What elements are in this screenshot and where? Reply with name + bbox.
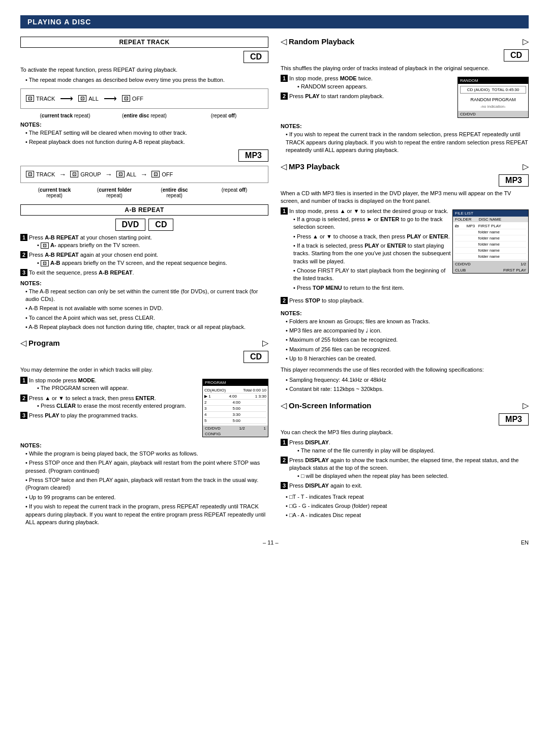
- page-number: – 11 –: [263, 539, 279, 546]
- mp3-sub-5: Press TOP MENU to return to the first it…: [293, 284, 452, 292]
- mp3-playback-title: MP3 Playback: [289, 162, 521, 171]
- ab-note-2: A-B Repeat is not available with some sc…: [25, 305, 268, 312]
- repeat-track-notes: NOTES: The REPEAT setting will be cleare…: [20, 122, 268, 146]
- random-screen: RANDOM CD (AUDIO) TOTAL 0:45:30 RANDOM P…: [458, 77, 529, 118]
- sub-label-1: (current track repeat): [25, 113, 105, 118]
- ab-step-1: 1 Press A-B REPEAT at your chosen starti…: [20, 234, 268, 250]
- osi-step-num-2: 2: [281, 457, 288, 464]
- repeat-note-2: Repeat playback does not function during…: [25, 138, 268, 146]
- osi-step-2-content: Press DISPLAY again to show the track nu…: [289, 457, 529, 480]
- on-screen-arrow-left: ◁: [281, 401, 287, 410]
- ab-dvd-badge: DVD: [115, 219, 146, 231]
- mp3-arrow2: →: [105, 170, 112, 178]
- ab-step-num-1: 1: [20, 234, 27, 241]
- rs-indicator: -no indication-: [460, 104, 526, 109]
- mp3-sub-2: (current folderrepeat): [84, 187, 144, 198]
- ab-step-3: 3 To exit the sequence, press A-B REPEAT…: [20, 269, 268, 277]
- random-note-1: If you wish to repeat the current track …: [286, 131, 529, 154]
- mp3-playback-badge: MP3: [499, 174, 529, 187]
- mp3-notes-title: NOTES:: [281, 310, 529, 316]
- on-screen-section: ◁ On-Screen Information ▷ MP3 You can ch…: [281, 401, 529, 520]
- arrow2: ⟶: [104, 93, 117, 104]
- program-steps-area: PROGRAM CD(AUDIO)Total 0:00 10 ▶ 14:001 …: [20, 377, 268, 439]
- ps-row-4: 43:30: [204, 412, 266, 418]
- osi-step-1-sub: • The name of the file currently in play…: [289, 447, 529, 455]
- mp3-notes: NOTES: Folders are known as Groups; file…: [281, 310, 529, 363]
- random-title: Random Playback: [289, 37, 521, 46]
- mp3-sub-1: (current trackrepeat): [24, 187, 84, 198]
- group-label: GROUP: [80, 171, 101, 177]
- file-screen: FILE LIST FOLDERDISC NAME 🗁MP3FIRST PLAY…: [452, 209, 529, 274]
- osi-step-1-content: Press DISPLAY. • The name of the file cu…: [289, 439, 529, 455]
- prog-note-4: Up to 99 programs can be entered.: [25, 494, 268, 501]
- mp3-track-label: TRACK: [36, 171, 55, 177]
- on-screen-title-row: ◁ On-Screen Information ▷: [281, 401, 529, 410]
- rs-cd-row: CD (AUDIO) TOTAL 0:45:30: [460, 86, 526, 94]
- random-playback-section: ◁ Random Playback ▷ CD This shuffles the…: [281, 37, 529, 155]
- program-section: ◁ Program ▷ CD You may determine the ord…: [20, 338, 268, 526]
- mp3-step-num-1: 1: [281, 207, 288, 215]
- off-icon: ⊡: [122, 95, 130, 102]
- mp3-step-1-subs: If a group is selected, press ► or ENTER…: [289, 216, 452, 292]
- mp3-arrow3: →: [140, 170, 147, 178]
- mp3-all-icon: ⊡: [116, 171, 125, 177]
- ab-step-1-sub: • ⊡ A- appears briefly on the TV screen.: [29, 241, 268, 249]
- osi-step-3-content: Press DISPLAY again to exit.: [289, 482, 529, 490]
- fs-footer: CD/DVD1/2: [453, 261, 528, 267]
- program-notes: NOTES: While the program is being played…: [20, 442, 268, 527]
- fs-col-header: FOLDERDISC NAME: [453, 217, 528, 222]
- random-arrow-left: ◁: [281, 37, 287, 46]
- all-icon: ⊡: [78, 95, 86, 102]
- fs-header: FILE LIST: [453, 210, 528, 217]
- repeat-mp3-diagram: ⊡ TRACK → ⊡ GROUP → ⊡ ALL → ⊡ OFF: [20, 166, 268, 183]
- left-column: REPEAT TRACK CD To activate the repeat f…: [20, 37, 268, 529]
- program-title: Program: [28, 339, 260, 347]
- rs-body: CD (AUDIO) TOTAL 0:45:30 RANDOM PROGRAM …: [458, 84, 528, 111]
- on-screen-title: On-Screen Information: [289, 401, 521, 410]
- program-notes-list: While the program is being played back, …: [20, 450, 268, 527]
- prog-step-num-3: 3: [20, 412, 27, 419]
- osi-step-1: 1 Press DISPLAY. • The name of the file …: [281, 439, 529, 455]
- program-arrow-left: ◁: [20, 338, 26, 348]
- prog-step-3-content: Press PLAY to play the programmed tracks…: [29, 412, 202, 419]
- repeat-track-intro: To activate the repeat function, press R…: [20, 66, 268, 74]
- osi-step-num-3: 3: [281, 482, 288, 489]
- fs-body: 🗁MP3FIRST PLAY folder name folder name f…: [453, 222, 528, 261]
- on-screen-intro: You can check the MP3 files during playb…: [281, 429, 529, 436]
- ab-step-2-content: Press A-B REPEAT again at your chosen en…: [29, 251, 268, 267]
- prog-step-2: 2 Press ▲ or ▼ to select a track, then p…: [20, 395, 202, 410]
- osi-step-2: 2 Press DISPLAY again to show the track …: [281, 457, 529, 480]
- mp3-footer-notes: Sampling frequency: 44.1kHz or 48kHz Con…: [281, 376, 529, 394]
- rand-step-1-sub: • RANDOM screen appears.: [289, 83, 458, 90]
- ab-notes-list: The A-B repeat section can only be set w…: [20, 288, 268, 331]
- random-notes: NOTES: If you wish to repeat the current…: [281, 123, 529, 154]
- fs-row-2: folder name: [455, 229, 526, 235]
- mp3-track-icon: ⊡: [26, 171, 34, 177]
- ab-notes-title: NOTES:: [20, 280, 268, 286]
- ps-footer2: CONFIG: [203, 431, 268, 437]
- mp3-sub-1: If a group is selected, press ► or ENTER…: [293, 216, 452, 231]
- prog-step-2-sub: • Press CLEAR to erase the most recently…: [29, 402, 202, 410]
- fs-footer2: CLUBFIRST PLAY: [453, 267, 528, 273]
- program-arrow-right: ▷: [262, 338, 268, 348]
- prog-note-1: While the program is being played back, …: [25, 450, 268, 458]
- mp3-sub-4: Choose FIRST PLAY to start playback from…: [293, 267, 452, 283]
- sub-label-3: (repeat off): [184, 113, 263, 118]
- rs-label: RANDOM PROGRAM: [460, 95, 526, 104]
- random-arrow-right: ▷: [523, 37, 529, 46]
- mp3-footer-note-1: Sampling frequency: 44.1kHz or 48kHz: [286, 376, 529, 384]
- osi-note-1: □T - T - indicates Track repeat: [286, 493, 529, 501]
- program-notes-title: NOTES:: [20, 442, 268, 448]
- mp3-title-row: ◁ MP3 Playback ▷: [281, 162, 529, 171]
- track-icon: ⊡: [26, 95, 34, 102]
- ps-row-5: 55:00: [204, 418, 266, 424]
- group-icon: ⊡: [70, 171, 78, 177]
- prog-note-3: Press STOP twice and then PLAY again, pl…: [25, 476, 268, 492]
- program-badge: CD: [243, 351, 268, 363]
- mp3-arrow1: →: [59, 170, 66, 178]
- repeat-cd-diagram: ⊡ TRACK ⟶ ⊡ ALL ⟶ ⊡ OFF: [20, 88, 268, 109]
- ab-step-3-content: To exit the sequence, press A-B REPEAT.: [29, 269, 268, 277]
- mp3-footer-note-2: Constant bit rate: 112kbps ~ 320kbps.: [286, 385, 529, 393]
- prog-note-2: Press STOP once and then PLAY again, pla…: [25, 459, 268, 475]
- prog-step-1-content: In stop mode press MODE. • The PROGRAM s…: [29, 377, 202, 392]
